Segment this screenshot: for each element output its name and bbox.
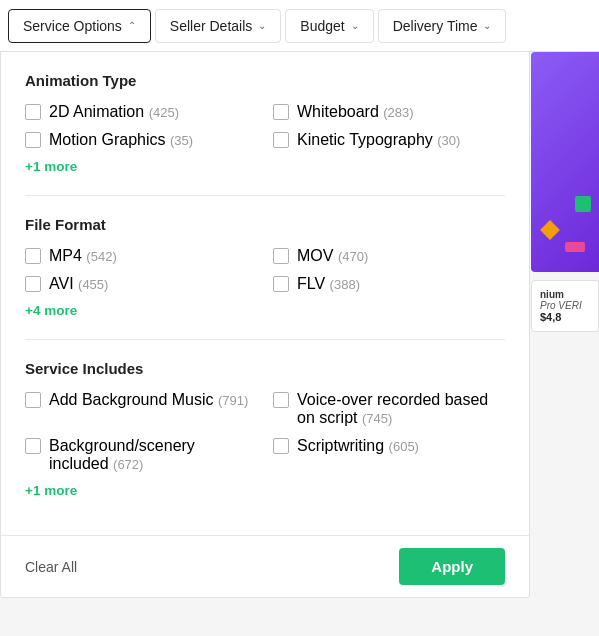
option-avi[interactable]: AVI (455) xyxy=(25,275,257,293)
pink-rect-decoration xyxy=(565,242,585,252)
card-purple-bg xyxy=(531,52,599,272)
option-label-mov: MOV (470) xyxy=(297,247,368,265)
option-2d-animation[interactable]: 2D Animation (425) xyxy=(25,103,257,121)
seller-details-label: Seller Details xyxy=(170,18,252,34)
service-options-button[interactable]: Service Options ⌃ xyxy=(8,9,151,43)
service-includes-section: Service Includes Add Background Music (7… xyxy=(25,360,505,499)
option-kinetic-typography[interactable]: Kinetic Typography (30) xyxy=(273,131,505,149)
checkbox-2d-animation[interactable] xyxy=(25,104,41,120)
option-label-flv: FLV (388) xyxy=(297,275,360,293)
chevron-down-icon-2: ⌄ xyxy=(351,20,359,31)
option-label-add-bg-music: Add Background Music (791) xyxy=(49,391,248,409)
option-label-background-scenery: Background/scenery included (672) xyxy=(49,437,257,473)
option-label-whiteboard: Whiteboard (283) xyxy=(297,103,414,121)
option-background-scenery[interactable]: Background/scenery included (672) xyxy=(25,437,257,473)
option-voiceover[interactable]: Voice-over recorded based on script (745… xyxy=(273,391,505,427)
divider-2 xyxy=(25,339,505,340)
option-label-avi: AVI (455) xyxy=(49,275,108,293)
service-includes-show-more[interactable]: +1 more xyxy=(25,483,77,498)
option-add-bg-music[interactable]: Add Background Music (791) xyxy=(25,391,257,427)
file-format-title: File Format xyxy=(25,216,505,233)
price-label: $4,8 xyxy=(540,311,590,323)
option-scriptwriting[interactable]: Scriptwriting (605) xyxy=(273,437,505,473)
animation-type-section: Animation Type 2D Animation (425) Whiteb… xyxy=(25,72,505,175)
option-mp4[interactable]: MP4 (542) xyxy=(25,247,257,265)
option-mov[interactable]: MOV (470) xyxy=(273,247,505,265)
animation-type-grid: 2D Animation (425) Whiteboard (283) Moti… xyxy=(25,103,505,149)
option-whiteboard[interactable]: Whiteboard (283) xyxy=(273,103,505,121)
option-label-voiceover: Voice-over recorded based on script (745… xyxy=(297,391,505,427)
service-options-label: Service Options xyxy=(23,18,122,34)
checkbox-scriptwriting[interactable] xyxy=(273,438,289,454)
option-label-kinetic-typography: Kinetic Typography (30) xyxy=(297,131,460,149)
chevron-down-icon-3: ⌄ xyxy=(483,20,491,31)
checkbox-add-bg-music[interactable] xyxy=(25,392,41,408)
checkbox-mp4[interactable] xyxy=(25,248,41,264)
orange-diamond-decoration xyxy=(540,220,560,240)
checkbox-whiteboard[interactable] xyxy=(273,104,289,120)
chevron-up-icon: ⌃ xyxy=(128,20,136,31)
right-card-peek: nium Pro VERI $4,8 xyxy=(531,52,599,452)
checkbox-kinetic-typography[interactable] xyxy=(273,132,289,148)
card-white-content: nium Pro VERI $4,8 xyxy=(531,280,599,332)
animation-show-more[interactable]: +1 more xyxy=(25,159,77,174)
green-square-decoration xyxy=(575,196,591,212)
animation-type-title: Animation Type xyxy=(25,72,505,89)
service-includes-title: Service Includes xyxy=(25,360,505,377)
delivery-time-button[interactable]: Delivery Time ⌄ xyxy=(378,9,507,43)
panel-scroll-area[interactable]: Animation Type 2D Animation (425) Whiteb… xyxy=(1,52,529,535)
checkbox-avi[interactable] xyxy=(25,276,41,292)
panel-footer: Clear All Apply xyxy=(1,535,529,597)
seller-details-button[interactable]: Seller Details ⌄ xyxy=(155,9,281,43)
apply-button[interactable]: Apply xyxy=(399,548,505,585)
service-includes-grid: Add Background Music (791) Voice-over re… xyxy=(25,391,505,473)
option-motion-graphics[interactable]: Motion Graphics (35) xyxy=(25,131,257,149)
premium-label: nium xyxy=(540,289,590,300)
file-format-show-more[interactable]: +4 more xyxy=(25,303,77,318)
file-format-grid: MP4 (542) MOV (470) AVI (455) xyxy=(25,247,505,293)
option-label-2d-animation: 2D Animation (425) xyxy=(49,103,179,121)
checkbox-flv[interactable] xyxy=(273,276,289,292)
chevron-down-icon: ⌄ xyxy=(258,20,266,31)
divider-1 xyxy=(25,195,505,196)
pro-label: Pro VERI xyxy=(540,300,590,311)
option-flv[interactable]: FLV (388) xyxy=(273,275,505,293)
option-label-scriptwriting: Scriptwriting (605) xyxy=(297,437,419,455)
checkbox-voiceover[interactable] xyxy=(273,392,289,408)
checkbox-background-scenery[interactable] xyxy=(25,438,41,454)
file-format-section: File Format MP4 (542) MOV (470) xyxy=(25,216,505,319)
delivery-time-label: Delivery Time xyxy=(393,18,478,34)
checkbox-mov[interactable] xyxy=(273,248,289,264)
clear-all-button[interactable]: Clear All xyxy=(25,559,77,575)
checkbox-motion-graphics[interactable] xyxy=(25,132,41,148)
option-label-motion-graphics: Motion Graphics (35) xyxy=(49,131,193,149)
option-label-mp4: MP4 (542) xyxy=(49,247,117,265)
budget-label: Budget xyxy=(300,18,344,34)
service-options-panel: Animation Type 2D Animation (425) Whiteb… xyxy=(0,52,530,598)
top-nav: Service Options ⌃ Seller Details ⌄ Budge… xyxy=(0,0,599,52)
budget-button[interactable]: Budget ⌄ xyxy=(285,9,373,43)
